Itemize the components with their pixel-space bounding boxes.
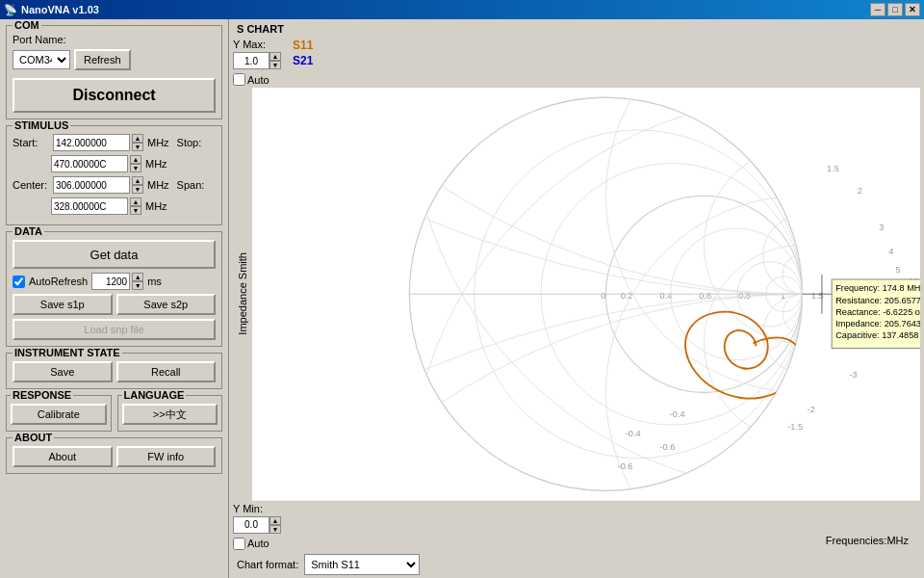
svg-text:-2: -2: [808, 405, 815, 414]
titlebar: 📡 NanoVNA v1.03 ─ □ ✕: [0, 0, 924, 19]
y-max-input[interactable]: [233, 52, 270, 69]
fw-info-button[interactable]: FW info: [116, 446, 217, 467]
stop-down[interactable]: ▼: [130, 164, 141, 172]
y-min-down[interactable]: ▼: [270, 525, 281, 534]
minimize-button[interactable]: ─: [870, 3, 886, 16]
svg-text:-0.6: -0.6: [660, 442, 676, 452]
y-max-section: Y Max: ▲ ▼ Auto: [233, 39, 281, 86]
ms-down[interactable]: ▼: [132, 281, 143, 290]
right-panel: S CHART Y Max: ▲ ▼ Auto: [229, 19, 924, 578]
svg-text:-0.4: -0.4: [626, 429, 641, 438]
about-button[interactable]: About: [13, 446, 113, 467]
auto-refresh-label: AutoRefresh: [29, 276, 88, 287]
inst-save-button[interactable]: Save: [13, 361, 113, 382]
center-input[interactable]: [53, 176, 130, 194]
y-min-auto-label: Auto: [247, 538, 270, 549]
ms-up[interactable]: ▲: [132, 273, 143, 281]
chart-format-row: Chart format: Smith S11 Smith S21 Log Ma…: [233, 554, 920, 575]
smith-chart-svg[interactable]: 0 0.2 0.4 0.6 0.8 1 1.5 2 3 4 5 10 20 1.…: [252, 88, 920, 501]
span-down[interactable]: ▼: [130, 206, 141, 215]
titlebar-controls: ─ □ ✕: [870, 3, 920, 16]
refresh-button[interactable]: Refresh: [74, 49, 131, 70]
stimulus-label: STIMULUS: [13, 119, 70, 131]
close-button[interactable]: ✕: [905, 3, 920, 16]
span-label: Span:: [177, 179, 214, 191]
y-max-auto-check[interactable]: [233, 73, 245, 86]
y-max-input-row: ▲ ▼: [233, 52, 281, 69]
start-label: Start:: [13, 137, 49, 148]
port-select[interactable]: COM34: [13, 50, 70, 69]
svg-text:5: 5: [895, 265, 900, 275]
y-min-auto: Auto: [233, 538, 270, 550]
center-label: Center:: [13, 179, 49, 191]
svg-text:0: 0: [601, 291, 605, 301]
svg-text:Capacitive: 137.4858 pF: Capacitive: 137.4858 pF: [835, 330, 920, 340]
response-label: RESPONSE: [11, 389, 73, 401]
y-max-auto-label: Auto: [247, 74, 270, 86]
auto-refresh-check[interactable]: [13, 276, 25, 288]
save-s2p-button[interactable]: Save s2p: [116, 294, 217, 315]
s11-legend[interactable]: S11: [293, 39, 313, 52]
port-row: Port Name:: [13, 34, 216, 45]
stop-up[interactable]: ▲: [130, 155, 141, 164]
y-max-spin: ▲ ▼: [270, 52, 281, 69]
y-min-spin: ▲ ▼: [270, 516, 281, 534]
save-s1p-button[interactable]: Save s1p: [13, 294, 113, 315]
freq-label: Frequencies:MHz: [289, 535, 920, 550]
stop-row: ▲ ▼ MHz: [13, 155, 216, 172]
language-group: LANGUAGE >>中文: [117, 395, 223, 432]
span-up[interactable]: ▲: [130, 197, 141, 206]
y-max-down[interactable]: ▼: [270, 61, 281, 69]
com-group: COM Port Name: COM34 Refresh Disconnect: [6, 25, 222, 119]
y-min-up[interactable]: ▲: [270, 516, 281, 525]
y-max-up[interactable]: ▲: [270, 52, 281, 61]
auto-refresh-row: AutoRefresh ▲ ▼ ms: [13, 273, 216, 290]
svg-text:-0.6: -0.6: [618, 461, 633, 471]
y-min-auto-check[interactable]: [233, 538, 245, 550]
inst-recall-button[interactable]: Recall: [116, 361, 217, 382]
s-legend: S11 S21: [293, 39, 313, 67]
get-data-button[interactable]: Get data: [13, 240, 216, 269]
svg-text:Reactance: -6.6225 ohms: Reactance: -6.6225 ohms: [835, 307, 920, 317]
chart-format-select[interactable]: Smith S11 Smith S21 Log Mag S11 Log Mag …: [304, 554, 420, 575]
center-up[interactable]: ▲: [132, 176, 143, 185]
chinese-button[interactable]: >>中文: [122, 404, 218, 425]
start-down[interactable]: ▼: [132, 143, 143, 151]
response-language-row: RESPONSE Calibrate LANGUAGE >>中文: [6, 395, 222, 432]
chart-format-label: Chart format:: [237, 559, 298, 570]
center-down[interactable]: ▼: [132, 185, 143, 194]
svg-text:Impedance: 205.7643 ohms: Impedance: 205.7643 ohms: [835, 319, 920, 328]
ms-input[interactable]: [91, 273, 130, 290]
ms-label: ms: [147, 276, 162, 287]
span-input[interactable]: [51, 197, 128, 215]
maximize-button[interactable]: □: [887, 3, 903, 16]
y-min-input[interactable]: [233, 516, 270, 534]
port-select-row: COM34 Refresh: [13, 49, 216, 70]
svg-text:-3: -3: [850, 370, 858, 380]
start-input[interactable]: [53, 134, 130, 151]
svg-text:1.5: 1.5: [827, 164, 839, 173]
center-spin: ▲ ▼: [132, 176, 143, 194]
svg-text:-0.4: -0.4: [670, 409, 685, 419]
svg-text:Frequency: 174.8 MHz: Frequency: 174.8 MHz: [835, 283, 920, 293]
load-snp-button[interactable]: Load snp file: [13, 319, 216, 340]
disconnect-button[interactable]: Disconnect: [13, 78, 216, 113]
start-spin: ▲ ▼: [132, 134, 143, 151]
chart-area: Y Max: ▲ ▼ Auto S11 S21: [233, 39, 920, 575]
ms-spin: ▲ ▼: [132, 273, 143, 290]
y-max-label: Y Max:: [233, 39, 266, 50]
span-mhz: MHz: [145, 200, 167, 212]
svg-text:Resistance: 205.6577 ohms: Resistance: 205.6577 ohms: [835, 296, 920, 305]
instrument-state-label: INSTRUMENT STATE: [13, 347, 122, 358]
stop-spin: ▲ ▼: [130, 155, 141, 172]
stop-label: Stop:: [177, 137, 214, 148]
y-axis-label: Impedance Smith: [233, 88, 252, 501]
stop-input[interactable]: [51, 155, 128, 172]
calibrate-button[interactable]: Calibrate: [11, 404, 107, 425]
about-label: ABOUT: [13, 432, 54, 443]
start-up[interactable]: ▲: [132, 134, 143, 143]
s21-legend[interactable]: S21: [293, 54, 313, 67]
span-spin: ▲ ▼: [130, 197, 141, 215]
svg-text:2: 2: [858, 186, 862, 196]
svg-text:3: 3: [879, 223, 884, 232]
